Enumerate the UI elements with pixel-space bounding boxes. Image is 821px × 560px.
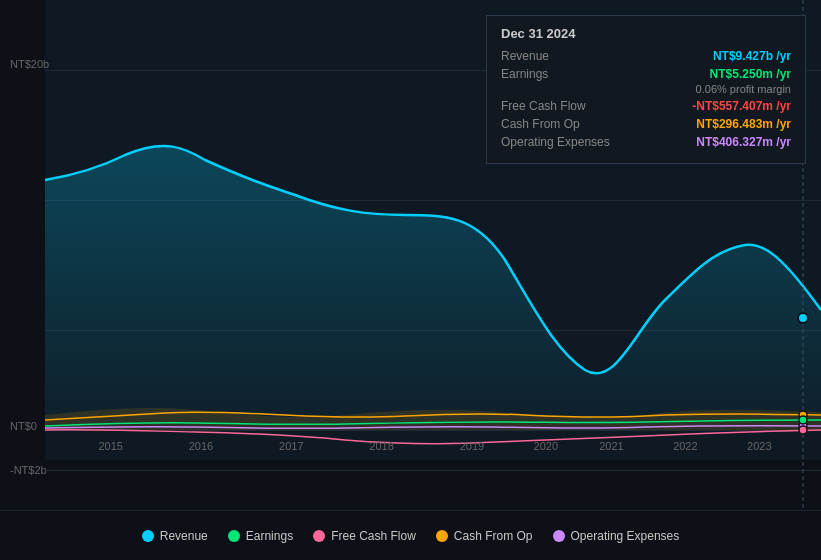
tooltip-cashop-value: NT$296.483m /yr [696,117,791,131]
x-label-2017: 2017 [279,440,303,452]
legend-opex-label: Operating Expenses [571,529,680,543]
x-label-2019: 2019 [460,440,484,452]
x-label-2020: 2020 [534,440,558,452]
tooltip-cashop-label: Cash From Op [501,117,580,131]
legend-fcf-label: Free Cash Flow [331,529,416,543]
revenue-area-fill [45,146,821,430]
tooltip-earnings-row: Earnings NT$5.250m /yr [501,67,791,81]
legend-revenue[interactable]: Revenue [142,529,208,543]
legend-fcf[interactable]: Free Cash Flow [313,529,416,543]
legend-cashop[interactable]: Cash From Op [436,529,533,543]
x-label-2015: 2015 [98,440,122,452]
y-label-minus2b: -NT$2b [10,464,47,476]
tooltip-revenue-row: Revenue NT$9.427b /yr [501,49,791,63]
chart-legend: Revenue Earnings Free Cash Flow Cash Fro… [0,510,821,560]
tooltip-fcf-value: -NT$557.407m /yr [692,99,791,113]
legend-revenue-dot [142,530,154,542]
fcf-dot [799,426,807,434]
tooltip-opex-row: Operating Expenses NT$406.327m /yr [501,135,791,149]
legend-revenue-label: Revenue [160,529,208,543]
fcf-line [45,430,821,444]
legend-earnings[interactable]: Earnings [228,529,293,543]
legend-fcf-dot [313,530,325,542]
tooltip-profit-margin: 0.06% profit margin [501,83,791,95]
tooltip-fcf-label: Free Cash Flow [501,99,586,113]
tooltip-date: Dec 31 2024 [501,26,791,41]
tooltip-fcf-row: Free Cash Flow -NT$557.407m /yr [501,99,791,113]
legend-earnings-label: Earnings [246,529,293,543]
data-tooltip: Dec 31 2024 Revenue NT$9.427b /yr Earnin… [486,15,806,164]
legend-cashop-label: Cash From Op [454,529,533,543]
tooltip-cashop-row: Cash From Op NT$296.483m /yr [501,117,791,131]
legend-cashop-dot [436,530,448,542]
x-label-2021: 2021 [599,440,623,452]
tooltip-earnings-value: NT$5.250m /yr [710,67,791,81]
earnings-dot [799,416,807,424]
x-label-2023: 2023 [747,440,771,452]
tooltip-opex-label: Operating Expenses [501,135,610,149]
tooltip-revenue-label: Revenue [501,49,549,63]
y-label-0: NT$0 [10,420,37,432]
revenue-dot [798,313,808,323]
y-label-20b: NT$20b [10,58,49,70]
x-label-2022: 2022 [673,440,697,452]
tooltip-opex-value: NT$406.327m /yr [696,135,791,149]
x-label-2018: 2018 [369,440,393,452]
x-label-2016: 2016 [189,440,213,452]
tooltip-earnings-label: Earnings [501,67,548,81]
legend-opex-dot [553,530,565,542]
tooltip-revenue-value: NT$9.427b /yr [713,49,791,63]
legend-opex[interactable]: Operating Expenses [553,529,680,543]
legend-earnings-dot [228,530,240,542]
